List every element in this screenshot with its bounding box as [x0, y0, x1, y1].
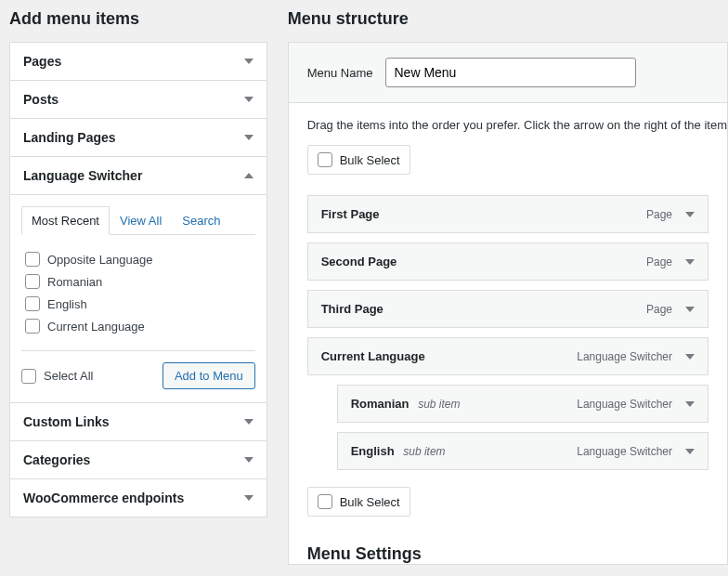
- lang-foot: Select All Add to Menu: [21, 350, 255, 389]
- menu-settings-heading: Menu Settings: [289, 531, 727, 564]
- section-woo-label: WooCommerce endpoints: [23, 491, 184, 505]
- section-custom-label: Custom Links: [23, 414, 110, 429]
- lang-item-english[interactable]: English: [25, 293, 252, 315]
- lang-items-list: Opposite Language Romanian English Curre…: [21, 246, 255, 343]
- menu-item-type: Page: [646, 208, 672, 221]
- lang-item-label: Opposite Language: [47, 253, 152, 267]
- section-lang-body: Most Recent View All Search Opposite Lan…: [10, 195, 266, 403]
- section-pages-label: Pages: [23, 54, 61, 69]
- tab-search[interactable]: Search: [172, 206, 230, 235]
- menu-item-type: Language Switcher: [577, 350, 672, 363]
- lang-item-opposite[interactable]: Opposite Language: [25, 248, 252, 270]
- bulk-select-label: Bulk Select: [340, 495, 400, 509]
- instructions-text: Drag the items into the order you prefer…: [307, 118, 727, 132]
- menu-item-title: Current Language: [321, 349, 425, 363]
- menu-item-type: Page: [646, 303, 672, 316]
- menu-item-title: English: [351, 444, 395, 458]
- checkbox[interactable]: [25, 252, 40, 267]
- menu-name-label: Menu Name: [307, 66, 373, 80]
- section-custom-links[interactable]: Custom Links: [10, 403, 266, 441]
- menu-item-title: First Page: [321, 207, 380, 221]
- section-posts[interactable]: Posts: [10, 81, 266, 119]
- section-language-switcher[interactable]: Language Switcher: [10, 157, 266, 195]
- add-items-accordion: Pages Posts Landing Pages Language Switc…: [9, 42, 267, 517]
- select-all[interactable]: Select All: [21, 365, 93, 387]
- select-all-label: Select All: [44, 369, 93, 383]
- section-landing-label: Landing Pages: [23, 130, 116, 145]
- menu-structure-content: Drag the items into the order you prefer…: [289, 103, 727, 531]
- checkbox[interactable]: [25, 274, 40, 289]
- chevron-down-icon[interactable]: [685, 259, 695, 265]
- menu-structure-heading: Menu structure: [288, 9, 728, 29]
- menu-structure-panel: Menu Name Drag the items into the order …: [288, 42, 728, 565]
- checkbox[interactable]: [25, 296, 40, 311]
- add-to-menu-button[interactable]: Add to Menu: [162, 362, 255, 389]
- lang-item-label: Current Language: [47, 320, 145, 334]
- add-menu-items-heading: Add menu items: [9, 9, 267, 29]
- lang-tabs: Most Recent View All Search: [21, 206, 255, 235]
- section-lang-label: Language Switcher: [23, 168, 142, 183]
- menu-item-title: Second Page: [321, 255, 397, 268]
- chevron-down-icon: [244, 97, 254, 102]
- bulk-select-label: Bulk Select: [340, 153, 400, 167]
- menu-item-type: Page: [646, 255, 672, 268]
- menu-item-second-page[interactable]: Second Page Page: [307, 242, 708, 281]
- section-woocommerce-endpoints[interactable]: WooCommerce endpoints: [10, 479, 266, 517]
- checkbox[interactable]: [25, 319, 40, 334]
- section-posts-label: Posts: [23, 92, 58, 107]
- menu-item-title: Romanian: [351, 397, 410, 411]
- bulk-select-top[interactable]: Bulk Select: [307, 145, 410, 175]
- checkbox[interactable]: [318, 152, 332, 167]
- chevron-up-icon: [244, 173, 254, 178]
- lang-item-label: Romanian: [47, 275, 102, 289]
- section-categories[interactable]: Categories: [10, 441, 266, 479]
- menu-items-list: First Page Page Second Page Page Third P…: [307, 195, 727, 470]
- menu-item-romanian[interactable]: Romanian sub item Language Switcher: [337, 385, 708, 423]
- chevron-down-icon[interactable]: [685, 212, 695, 217]
- menu-item-current-language[interactable]: Current Language Language Switcher: [307, 337, 708, 375]
- chevron-down-icon: [244, 135, 254, 140]
- chevron-down-icon: [244, 419, 254, 425]
- checkbox[interactable]: [318, 494, 332, 509]
- bulk-select-bottom[interactable]: Bulk Select: [307, 487, 410, 517]
- menu-name-input[interactable]: [385, 58, 636, 87]
- menu-item-title: Third Page: [321, 302, 384, 316]
- chevron-down-icon[interactable]: [685, 307, 695, 312]
- tab-view-all[interactable]: View All: [110, 206, 172, 235]
- menu-item-type: Language Switcher: [577, 398, 672, 411]
- menu-item-third-page[interactable]: Third Page Page: [307, 290, 708, 328]
- section-landing-pages[interactable]: Landing Pages: [10, 119, 266, 157]
- tab-most-recent[interactable]: Most Recent: [21, 206, 110, 235]
- section-categories-label: Categories: [23, 452, 90, 467]
- lang-item-romanian[interactable]: Romanian: [25, 270, 252, 293]
- lang-item-current[interactable]: Current Language: [25, 315, 252, 337]
- menu-name-row: Menu Name: [289, 43, 727, 103]
- menu-item-type: Language Switcher: [577, 445, 672, 458]
- chevron-down-icon: [244, 457, 254, 463]
- menu-item-english[interactable]: English sub item Language Switcher: [337, 432, 708, 470]
- sub-item-label: sub item: [403, 445, 445, 458]
- menu-item-first-page[interactable]: First Page Page: [307, 195, 708, 233]
- chevron-down-icon[interactable]: [685, 354, 695, 360]
- lang-item-label: English: [47, 297, 87, 311]
- chevron-down-icon[interactable]: [685, 449, 695, 454]
- chevron-down-icon: [244, 495, 254, 501]
- chevron-down-icon[interactable]: [685, 401, 695, 407]
- sub-item-label: sub item: [418, 398, 460, 411]
- section-pages[interactable]: Pages: [10, 43, 266, 81]
- chevron-down-icon: [244, 59, 254, 64]
- checkbox[interactable]: [21, 369, 36, 384]
